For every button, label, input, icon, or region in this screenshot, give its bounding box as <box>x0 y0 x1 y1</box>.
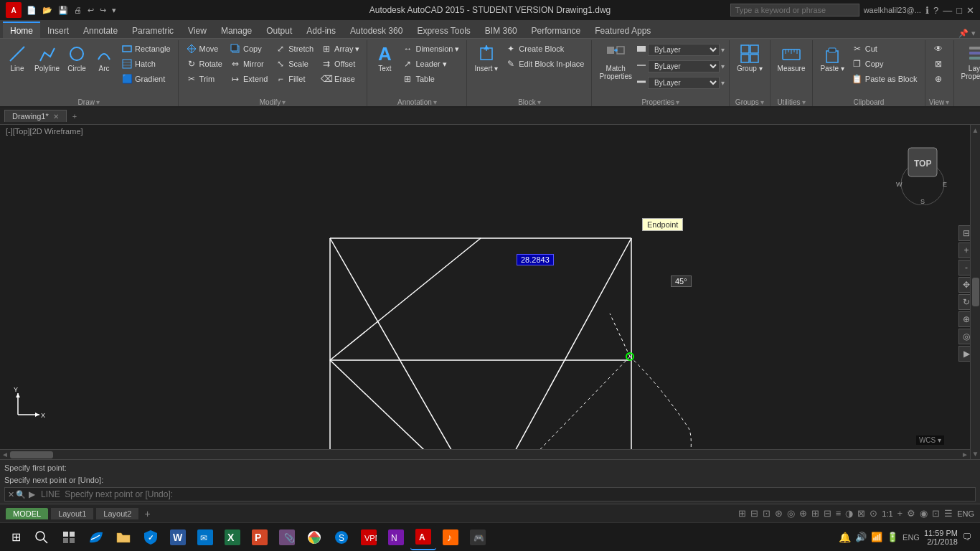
maximize-btn[interactable]: □ <box>956 5 962 16</box>
utilities-dropdown-icon[interactable]: ▾ <box>802 98 806 106</box>
h-scrollbar-thumb[interactable] <box>10 451 53 458</box>
open-btn[interactable]: 📂 <box>40 5 55 16</box>
edit-block-button[interactable]: ✎ Edit Block In-place <box>502 57 587 71</box>
view-btn3[interactable]: ⊕ <box>930 72 947 86</box>
taskbar-vpn[interactable]: VPN <box>356 524 382 550</box>
save-btn[interactable]: 💾 <box>56 5 70 16</box>
polar-icon[interactable]: ⊛ <box>775 508 783 519</box>
close-btn[interactable]: ✕ <box>966 5 974 16</box>
ribbon-pin-icon[interactable]: 📌 <box>958 29 969 38</box>
tab-insert[interactable]: Insert <box>40 22 76 38</box>
ortho-icon[interactable]: ⊡ <box>763 508 771 519</box>
autocad-icon[interactable]: A <box>6 2 22 18</box>
layout1-tab[interactable]: Layout1 <box>51 508 93 519</box>
text-button[interactable]: A Text <box>372 42 397 75</box>
drawing-area[interactable]: [-][Top][2D Wireframe] 28.2843 45° <box>0 125 980 459</box>
add-layout-btn[interactable]: + <box>144 508 150 519</box>
tab-output[interactable]: Output <box>259 22 299 38</box>
linetype-dropdown-arrow[interactable]: ▾ <box>721 62 725 70</box>
redo-btn[interactable]: ↪ <box>98 5 108 16</box>
cmd-search-icon[interactable]: 🔍 <box>16 490 26 499</box>
new-tab-btn[interactable]: + <box>67 110 83 122</box>
battery-icon[interactable]: 🔋 <box>887 532 898 542</box>
annotation-scale-icon[interactable]: + <box>897 508 903 519</box>
move-button[interactable]: Move <box>183 42 225 56</box>
color-select[interactable]: ByLayer <box>648 44 720 56</box>
polyline-button[interactable]: Polyline <box>32 42 62 75</box>
measure-button[interactable]: Measure <box>775 42 809 75</box>
notification-icon[interactable]: 🔔 <box>839 532 851 543</box>
hardware-icon[interactable]: ⊡ <box>932 508 940 519</box>
tab-home[interactable]: Home <box>3 22 40 38</box>
line-button[interactable]: Line <box>4 42 30 75</box>
dim-button[interactable]: ↔ Dimension ▾ <box>399 42 462 56</box>
cmd-close-icon[interactable]: ✕ <box>8 490 14 499</box>
viewcube[interactable]: N S W E TOP <box>894 133 951 220</box>
taskbar-taskview[interactable] <box>56 524 82 550</box>
leader-button[interactable]: ↗ Leader ▾ <box>399 57 462 71</box>
isolate-icon[interactable]: ◉ <box>920 508 928 519</box>
tab-express[interactable]: Express Tools <box>410 22 477 38</box>
linetype-select[interactable]: ByLayer <box>648 60 720 72</box>
qprops-icon[interactable]: ⊠ <box>857 508 865 519</box>
workspace-icon[interactable]: ⚙ <box>907 508 915 519</box>
hatch-button[interactable]: Hatch <box>118 57 174 71</box>
taskbar-powerpoint[interactable]: P <box>247 524 273 550</box>
command-input[interactable] <box>38 488 975 501</box>
osnap-icon[interactable]: ◎ <box>787 508 795 519</box>
selection-icon[interactable]: ⊙ <box>870 508 877 519</box>
otrack-icon[interactable]: ⊕ <box>799 508 807 519</box>
taskbar-music[interactable]: ♪ <box>438 524 463 550</box>
gradient-button[interactable]: 🟦 Gradient <box>118 72 174 86</box>
tab-parametric[interactable]: Parametric <box>125 22 181 38</box>
paste-button[interactable]: Paste ▾ <box>817 42 847 75</box>
lineweight-dropdown-arrow[interactable]: ▾ <box>721 79 725 87</box>
new-btn[interactable]: 📄 <box>24 5 39 16</box>
taskbar-excel[interactable]: X <box>220 524 245 550</box>
qa-dropdown[interactable]: ▾ <box>110 5 118 16</box>
undo-btn[interactable]: ↩ <box>85 5 96 16</box>
taskbar-edge[interactable] <box>83 524 109 550</box>
snap-icon[interactable]: ⊞ <box>738 508 746 519</box>
taskbar-defender[interactable]: ✓ <box>138 524 164 550</box>
volume-icon[interactable]: 🔊 <box>855 532 867 542</box>
fillet-button[interactable]: ⌐ Fillet <box>272 72 316 86</box>
lineweight-select[interactable]: ByLayer <box>648 77 720 89</box>
erase-button[interactable]: ⌫ Erase <box>318 72 362 86</box>
scrollbar-thumb[interactable] <box>972 278 979 306</box>
drawing-canvas[interactable] <box>0 125 980 459</box>
match-properties-button[interactable]: MatchProperties <box>596 42 635 83</box>
drawing-tab[interactable]: Drawing1* ✕ <box>4 110 67 122</box>
arc-button[interactable]: Arc <box>91 42 117 75</box>
taskbar-onenote[interactable]: N <box>383 524 409 550</box>
annotation-dropdown-icon[interactable]: ▾ <box>433 98 437 106</box>
help-icon[interactable]: ? <box>933 5 938 16</box>
extend-button[interactable]: ↦ Extend <box>227 72 270 86</box>
create-block-button[interactable]: ✦ Create Block <box>502 42 587 56</box>
model-tab[interactable]: MODEL <box>6 508 48 519</box>
table-button[interactable]: ⊞ Table <box>399 72 462 86</box>
taskbar-app1[interactable]: 📎 <box>274 524 300 550</box>
print-btn[interactable]: 🖨 <box>72 5 84 15</box>
taskbar-autocad[interactable]: A <box>410 524 436 550</box>
copy2-button[interactable]: ❐ Copy <box>849 57 920 71</box>
color-dropdown-arrow[interactable]: ▾ <box>721 46 725 54</box>
scale-button[interactable]: ⤡ Scale <box>272 57 316 71</box>
drawing-tab-close[interactable]: ✕ <box>53 113 59 121</box>
ribbon-expand-icon[interactable]: ▾ <box>971 29 976 38</box>
layout2-tab[interactable]: Layout2 <box>96 508 138 519</box>
taskbar-game[interactable]: 🎮 <box>465 524 491 550</box>
tab-view[interactable]: View <box>181 22 214 38</box>
nav-bar-icon[interactable]: ☰ <box>944 508 953 519</box>
tab-manage[interactable]: Manage <box>214 22 259 38</box>
taskbar-outlook[interactable]: ✉ <box>192 524 218 550</box>
taskbar-skype[interactable]: S <box>329 524 354 550</box>
rotate-button[interactable]: ↻ Rotate <box>183 57 225 71</box>
info-icon[interactable]: ℹ <box>925 5 929 16</box>
tab-autodesk360[interactable]: Autodesk 360 <box>343 22 410 38</box>
taskbar-chrome[interactable] <box>301 524 327 550</box>
cut-button[interactable]: ✂ Cut <box>849 42 920 56</box>
rectangle-button[interactable]: Rectangle <box>118 42 174 56</box>
modify-dropdown-icon[interactable]: ▾ <box>282 98 286 106</box>
taskbar-word[interactable]: W <box>165 524 191 550</box>
